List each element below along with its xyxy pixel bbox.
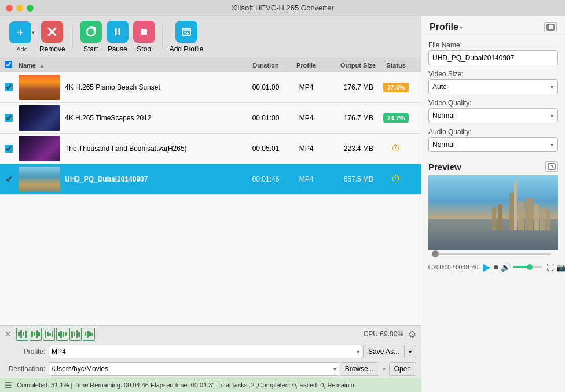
preview-screenshot-button[interactable]: 📷 — [556, 263, 565, 272]
bottom-area: ✕ — [0, 325, 421, 378]
row-checkbox-4[interactable] — [5, 175, 13, 183]
audio-quality-select[interactable]: Normal High Low — [428, 137, 558, 152]
wave-bar — [63, 332, 64, 337]
profile-section-title: Profile — [430, 22, 458, 32]
preview-title: Preview — [428, 162, 461, 172]
preview-volume-button[interactable]: 🔊 — [501, 262, 511, 272]
video-size-select[interactable]: Auto 1920x1080 1280x720 — [428, 79, 558, 94]
timeline-row — [428, 250, 558, 257]
stop-button-group[interactable]: Stop — [133, 21, 155, 53]
sort-arrow-icon: ▲ — [39, 62, 45, 69]
profile-header: Profile ▾ — [421, 16, 565, 36]
wave-bar — [60, 331, 62, 338]
cpu-text: CPU:69.80% — [364, 330, 403, 338]
wave-bar — [25, 331, 27, 338]
thumbnail-3 — [19, 136, 60, 161]
toolbar-separator-2 — [162, 25, 163, 49]
file-name-cell-1: 4K H.265 Pismo Beach Sunset — [19, 75, 243, 100]
duration-2: 00:01:00 — [243, 114, 289, 122]
row-checkbox-1[interactable] — [5, 83, 13, 91]
expand-profile-button[interactable] — [544, 22, 557, 32]
row-checkbox-2[interactable] — [5, 114, 13, 122]
timeline-bar[interactable] — [435, 253, 551, 255]
select-all-checkbox[interactable] — [5, 61, 12, 68]
save-as-button[interactable]: Save As... — [363, 345, 405, 358]
right-panel: Profile ▾ File Name: Video Size: Auto 19… — [421, 16, 565, 392]
wave-bar — [20, 330, 22, 338]
expand-preview-button[interactable] — [545, 161, 558, 172]
output-size-4: 657.5 MB — [324, 175, 376, 183]
add-label[interactable]: Add — [16, 46, 28, 53]
file-name-4: UHD_PQ_Dubai20140907 — [65, 175, 148, 183]
wave-bar — [71, 331, 73, 338]
row-checkbox-cell-2 — [5, 114, 19, 122]
video-quality-label: Video Quality: — [428, 99, 558, 107]
svg-rect-12 — [548, 164, 555, 169]
table-row[interactable]: UHD_PQ_Dubai20140907 00:01:46 MP4 657.5 … — [0, 164, 421, 195]
row-checkbox-cell-3 — [5, 145, 19, 153]
status-clock-3: ⏱ — [391, 143, 401, 153]
status-badge-1: 37.5% — [383, 83, 408, 92]
profile-row-label: Profile: — [5, 347, 45, 356]
left-panel: + ▾ Add Remove Start — [0, 16, 421, 392]
add-profile-button-group[interactable]: Add Profile — [170, 21, 204, 53]
duration-3: 00:05:01 — [243, 145, 289, 153]
settings-button[interactable]: ⚙ — [408, 329, 416, 340]
wave-group-4 — [56, 328, 68, 341]
wave-bar — [36, 330, 38, 338]
volume-slider[interactable] — [513, 266, 542, 268]
app-container: + ▾ Add Remove Start — [0, 16, 565, 392]
save-as-arrow-button[interactable]: ▾ — [405, 345, 416, 358]
wave-bar — [34, 332, 35, 336]
header-name: Name ▲ — [19, 62, 243, 69]
preview-stop-button[interactable]: ■ — [493, 262, 498, 272]
status-clock-4: ⏱ — [391, 174, 401, 184]
svg-rect-16 — [518, 201, 524, 230]
video-quality-select[interactable]: Normal High Low — [428, 108, 558, 123]
timeline-handle[interactable] — [432, 250, 439, 257]
destination-dropdown[interactable]: /Users/byc/Movies — [49, 362, 339, 376]
stop-label: Stop — [137, 45, 151, 53]
wave-bar — [45, 331, 46, 338]
table-row[interactable]: 4K H.265 Pismo Beach Sunset 00:01:00 MP4… — [0, 72, 421, 103]
minimize-button[interactable] — [16, 5, 23, 12]
svg-rect-5 — [182, 28, 190, 35]
start-label: Start — [83, 45, 98, 53]
profile-3: MP4 — [289, 145, 324, 153]
video-quality-field: Video Quality: Normal High Low — [428, 99, 558, 123]
video-quality-select-wrapper: Normal High Low — [428, 108, 558, 123]
profile-row: Profile: MP4 MKV AVI ▾ Save As... ▾ — [0, 343, 421, 360]
header-duration: Duration — [243, 62, 289, 69]
table-row[interactable]: 4K H.265 TimeScapes.2012 00:01:00 MP4 17… — [0, 103, 421, 134]
profile-dropdown[interactable]: MP4 MKV AVI — [49, 345, 362, 358]
file-name-3: The Thousand-hand Bodhisattva(H265) — [65, 145, 187, 153]
audio-quality-field: Audio Quality: Normal High Low — [428, 128, 558, 152]
profile-4: MP4 — [289, 175, 324, 183]
svg-rect-23 — [514, 184, 517, 230]
table-row[interactable]: The Thousand-hand Bodhisattva(H265) 00:0… — [0, 134, 421, 164]
profile-fields: File Name: Video Size: Auto 1920x1080 12… — [421, 36, 565, 157]
preview-play-button[interactable]: ▶ — [483, 261, 491, 273]
maximize-button[interactable] — [27, 5, 34, 12]
browse-button[interactable]: Browse... — [340, 362, 379, 376]
preview-fullscreen-button[interactable]: ⛶ — [546, 263, 554, 272]
svg-rect-3 — [118, 28, 120, 35]
start-button-group[interactable]: Start — [80, 21, 102, 53]
remove-label: Remove — [39, 45, 65, 53]
close-button[interactable] — [6, 5, 13, 12]
status-text: Completed: 31.1% | Time Remaining: 00:04… — [17, 382, 416, 389]
row-checkbox-3[interactable] — [5, 145, 13, 153]
header-profile: Profile — [289, 62, 324, 69]
close-waveform-button[interactable]: ✕ — [5, 330, 12, 339]
svg-rect-20 — [546, 210, 550, 230]
open-button[interactable]: Open — [389, 362, 416, 376]
preview-dubai-svg — [428, 175, 558, 250]
file-name-input[interactable] — [428, 50, 558, 65]
remove-button-group[interactable]: Remove — [39, 21, 65, 53]
svg-rect-18 — [534, 204, 539, 230]
preview-canvas — [428, 175, 558, 250]
pause-button-group[interactable]: Pause — [107, 21, 129, 53]
cpu-bar-row: ✕ — [0, 325, 421, 343]
waveform-display — [16, 328, 359, 341]
header-output-size: Output Size — [324, 62, 376, 69]
